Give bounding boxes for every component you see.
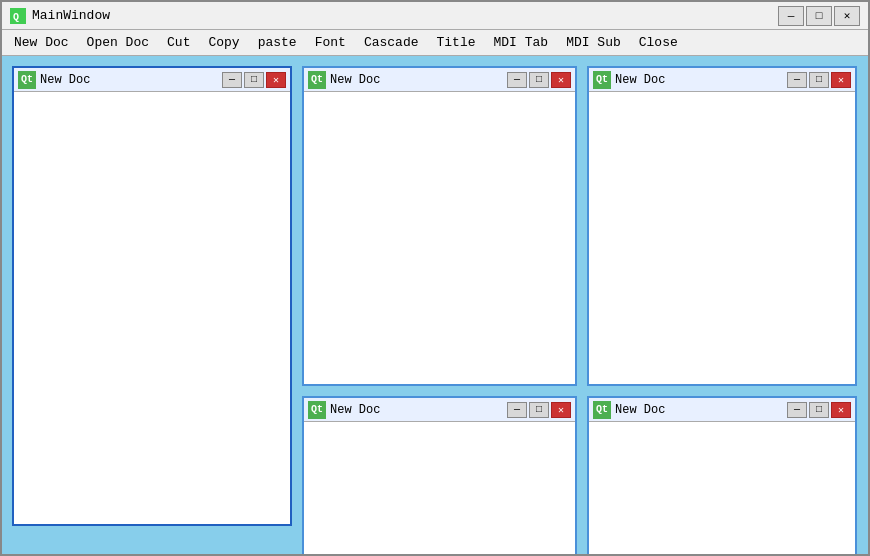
menu-item-cut[interactable]: Cut <box>159 33 198 52</box>
mdi-maximize-3[interactable]: □ <box>809 72 829 88</box>
svg-text:Q: Q <box>13 12 19 23</box>
menu-item-open-doc[interactable]: Open Doc <box>79 33 157 52</box>
maximize-button[interactable]: □ <box>806 6 832 26</box>
mdi-maximize-1[interactable]: □ <box>244 72 264 88</box>
menu-item-close[interactable]: Close <box>631 33 686 52</box>
mdi-child-4: Qt New Doc — □ ✕ <box>302 396 577 554</box>
mdi-controls-3: — □ ✕ <box>787 72 851 88</box>
mdi-icon-3: Qt <box>593 71 611 89</box>
mdi-title-bar-5: Qt New Doc — □ ✕ <box>589 398 855 422</box>
main-window: Q MainWindow — □ ✕ New DocOpen DocCutCop… <box>0 0 870 556</box>
mdi-child-5: Qt New Doc — □ ✕ <box>587 396 857 554</box>
mdi-content-4 <box>304 422 575 554</box>
mdi-maximize-2[interactable]: □ <box>529 72 549 88</box>
mdi-icon-4: Qt <box>308 401 326 419</box>
mdi-title-1: New Doc <box>40 73 218 87</box>
window-title: MainWindow <box>32 8 778 23</box>
mdi-textarea-3[interactable] <box>591 94 853 382</box>
menu-item-mdi-tab[interactable]: MDI Tab <box>486 33 557 52</box>
mdi-textarea-2[interactable] <box>306 94 573 382</box>
close-button[interactable]: ✕ <box>834 6 860 26</box>
mdi-minimize-3[interactable]: — <box>787 72 807 88</box>
mdi-maximize-5[interactable]: □ <box>809 402 829 418</box>
mdi-minimize-4[interactable]: — <box>507 402 527 418</box>
mdi-minimize-2[interactable]: — <box>507 72 527 88</box>
mdi-child-1: Qt New Doc — □ ✕ <box>12 66 292 526</box>
mdi-maximize-4[interactable]: □ <box>529 402 549 418</box>
mdi-close-1[interactable]: ✕ <box>266 72 286 88</box>
mdi-controls-4: — □ ✕ <box>507 402 571 418</box>
mdi-content-2 <box>304 92 575 384</box>
mdi-title-bar-4: Qt New Doc — □ ✕ <box>304 398 575 422</box>
app-icon: Q <box>10 8 26 24</box>
mdi-controls-5: — □ ✕ <box>787 402 851 418</box>
mdi-textarea-5[interactable] <box>591 424 853 554</box>
menu-item-paste[interactable]: paste <box>250 33 305 52</box>
menu-item-new-doc[interactable]: New Doc <box>6 33 77 52</box>
mdi-title-bar-3: Qt New Doc — □ ✕ <box>589 68 855 92</box>
mdi-controls-2: — □ ✕ <box>507 72 571 88</box>
mdi-title-2: New Doc <box>330 73 503 87</box>
minimize-button[interactable]: — <box>778 6 804 26</box>
mdi-close-5[interactable]: ✕ <box>831 402 851 418</box>
menu-item-title[interactable]: Title <box>429 33 484 52</box>
mdi-close-2[interactable]: ✕ <box>551 72 571 88</box>
mdi-close-4[interactable]: ✕ <box>551 402 571 418</box>
mdi-title-bar-2: Qt New Doc — □ ✕ <box>304 68 575 92</box>
mdi-title-4: New Doc <box>330 403 503 417</box>
mdi-controls-1: — □ ✕ <box>222 72 286 88</box>
mdi-textarea-4[interactable] <box>306 424 573 554</box>
menu-bar: New DocOpen DocCutCopypasteFontCascadeTi… <box>2 30 868 56</box>
mdi-close-3[interactable]: ✕ <box>831 72 851 88</box>
mdi-content-1 <box>14 92 290 524</box>
mdi-content-3 <box>589 92 855 384</box>
mdi-minimize-5[interactable]: — <box>787 402 807 418</box>
mdi-child-3: Qt New Doc — □ ✕ <box>587 66 857 386</box>
mdi-title-3: New Doc <box>615 73 783 87</box>
menu-item-mdi-sub[interactable]: MDI Sub <box>558 33 629 52</box>
menu-item-cascade[interactable]: Cascade <box>356 33 427 52</box>
title-bar: Q MainWindow — □ ✕ <box>2 2 868 30</box>
mdi-title-bar-1: Qt New Doc — □ ✕ <box>14 68 290 92</box>
window-controls: — □ ✕ <box>778 6 860 26</box>
mdi-content-5 <box>589 422 855 554</box>
mdi-title-5: New Doc <box>615 403 783 417</box>
mdi-icon-1: Qt <box>18 71 36 89</box>
menu-item-font[interactable]: Font <box>307 33 354 52</box>
mdi-area: CSDN @炯哈哈 Qt New Doc — □ ✕ Qt New Doc — … <box>2 56 868 554</box>
mdi-icon-2: Qt <box>308 71 326 89</box>
mdi-minimize-1[interactable]: — <box>222 72 242 88</box>
mdi-textarea-1[interactable] <box>16 94 288 522</box>
mdi-child-2: Qt New Doc — □ ✕ <box>302 66 577 386</box>
mdi-icon-5: Qt <box>593 401 611 419</box>
menu-item-copy[interactable]: Copy <box>200 33 247 52</box>
